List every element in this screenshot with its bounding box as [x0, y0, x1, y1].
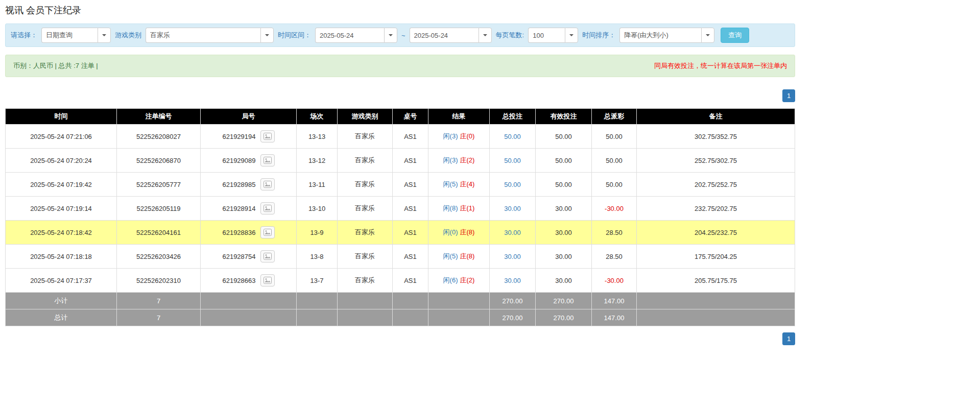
table-row: 2025-05-24 07:17:37 522526202310 6219286… [6, 269, 795, 293]
chevron-down-icon [102, 34, 106, 36]
video-icon [264, 253, 272, 260]
game-type-cell: 百家乐 [338, 125, 393, 149]
sort-dropdown[interactable] [619, 28, 714, 43]
query-type-caret-button[interactable] [98, 28, 111, 43]
table-row: 2025-05-24 07:20:24 522526206870 6219290… [6, 149, 795, 173]
date-to-picker[interactable] [410, 28, 492, 43]
table-no-cell: AS1 [393, 269, 428, 293]
total-bet-link[interactable]: 50.00 [504, 181, 521, 188]
video-replay-button[interactable] [260, 226, 275, 238]
video-icon [264, 157, 272, 164]
total-bet-link[interactable]: 50.00 [504, 133, 521, 140]
session-cell: 13-13 [297, 125, 338, 149]
session-cell: 13-11 [297, 173, 338, 197]
result-banker: 庄(2) [460, 276, 475, 284]
bet-id-cell: 522526205119 [117, 197, 201, 221]
result-player: 闲(5) [443, 180, 458, 188]
video-replay-button[interactable] [260, 178, 275, 190]
table-no-cell: AS1 [393, 173, 428, 197]
note-cell: 202.75/252.75 [637, 173, 795, 197]
total-bet-link[interactable]: 50.00 [504, 157, 521, 164]
video-replay-button[interactable] [260, 154, 275, 166]
result-banker: 庄(8) [460, 228, 475, 236]
filter-bar: 请选择： 游戏类别 时间区间： ~ 每页笔数: 时间排序： [5, 23, 795, 47]
game-type-input[interactable] [146, 28, 260, 43]
round-id-value: 621929194 [222, 133, 255, 140]
round-id-cell: 621929194 [201, 125, 297, 149]
round-id-cell: 621928663 [201, 269, 297, 293]
total-bet-cell: 50.00 [490, 125, 536, 149]
table-no-cell: AS1 [393, 245, 428, 269]
round-id-value: 621929089 [222, 157, 255, 164]
header-note: 备注 [637, 109, 795, 125]
date-to-caret-button[interactable] [479, 28, 492, 43]
round-id-value: 621928663 [222, 277, 255, 284]
date-from-caret-button[interactable] [384, 28, 397, 43]
chevron-down-icon [483, 34, 487, 36]
round-id-value: 621928914 [222, 205, 255, 212]
total-payout: 147.00 [592, 309, 637, 326]
page-size-input[interactable] [528, 28, 565, 43]
page-1-button[interactable]: 1 [782, 332, 795, 345]
table-row: 2025-05-24 07:19:42 522526205777 6219289… [6, 173, 795, 197]
note-cell: 252.75/302.75 [637, 149, 795, 173]
pagination-bottom: 1 [5, 332, 795, 345]
subtotal-valid-bet: 270.00 [536, 293, 592, 309]
bet-id-cell: 522526206870 [117, 149, 201, 173]
valid-bet-cell: 50.00 [536, 173, 592, 197]
total-bet-link[interactable]: 30.00 [504, 277, 521, 284]
total-bet-cell: 50.00 [490, 149, 536, 173]
video-replay-button[interactable] [260, 130, 275, 142]
subtotal-payout: 147.00 [592, 293, 637, 309]
game-type-cell: 百家乐 [338, 173, 393, 197]
header-result: 结果 [428, 109, 490, 125]
page-size-label: 每页笔数: [496, 31, 524, 40]
subtotal-count: 7 [117, 293, 201, 309]
game-type-caret-button[interactable] [260, 28, 274, 43]
payout-cell: 28.50 [592, 245, 637, 269]
header-bet-id: 注单编号 [117, 109, 201, 125]
video-replay-button[interactable] [260, 202, 275, 214]
result-cell: 闲(5)庄(4) [428, 173, 490, 197]
query-type-input[interactable] [41, 28, 98, 43]
total-bet-link[interactable]: 30.00 [504, 229, 521, 236]
result-cell: 闲(3)庄(0) [428, 125, 490, 149]
result-cell: 闲(6)庄(2) [428, 269, 490, 293]
note-cell: 205.75/175.75 [637, 269, 795, 293]
payout-cell: 28.50 [592, 221, 637, 245]
search-button[interactable]: 查询 [721, 28, 749, 43]
round-id-cell: 621928836 [201, 221, 297, 245]
total-bet-cell: 30.00 [490, 197, 536, 221]
result-banker: 庄(0) [460, 132, 475, 140]
sort-caret-button[interactable] [701, 28, 714, 43]
note-cell: 232.75/202.75 [637, 197, 795, 221]
summary-bar: 币别：人民币 | 总共 :7 注单 | 同局有效投注，统一计算在该局第一张注单内 [5, 55, 795, 77]
sort-input[interactable] [619, 28, 701, 43]
page-1-button[interactable]: 1 [782, 89, 795, 102]
query-type-dropdown[interactable] [41, 28, 111, 43]
total-bet-link[interactable]: 30.00 [504, 253, 521, 260]
video-replay-button[interactable] [260, 250, 275, 262]
time-cell: 2025-05-24 07:18:42 [6, 221, 117, 245]
result-banker: 庄(8) [460, 252, 475, 260]
page-size-dropdown[interactable] [528, 28, 578, 43]
subtotal-row: 小计 7 270.00 270.00 147.00 [6, 293, 795, 309]
total-bet-cell: 30.00 [490, 245, 536, 269]
date-from-picker[interactable] [315, 28, 397, 43]
video-replay-button[interactable] [260, 274, 275, 286]
result-player: 闲(5) [443, 252, 458, 260]
round-id-cell: 621928754 [201, 245, 297, 269]
date-from-input[interactable] [315, 28, 384, 43]
video-icon [264, 205, 272, 212]
result-player: 闲(6) [443, 276, 458, 284]
total-count: 7 [117, 309, 201, 326]
valid-bet-cell: 30.00 [536, 245, 592, 269]
game-type-dropdown[interactable] [146, 28, 274, 43]
payout-cell: -30.00 [592, 197, 637, 221]
payout-cell: 50.00 [592, 173, 637, 197]
total-bet-link[interactable]: 30.00 [504, 205, 521, 212]
date-to-input[interactable] [410, 28, 479, 43]
header-valid-bet: 有效投注 [536, 109, 592, 125]
page-size-caret-button[interactable] [565, 28, 578, 43]
valid-bet-cell: 30.00 [536, 221, 592, 245]
